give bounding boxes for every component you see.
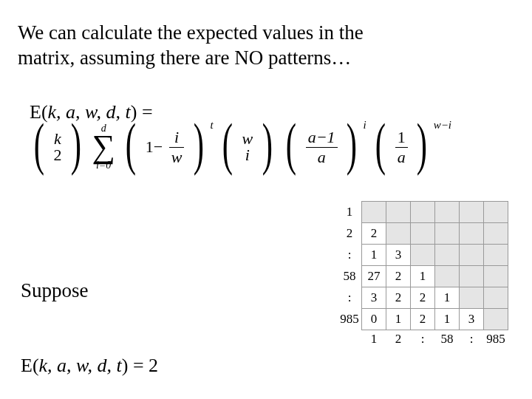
matrix-cell: 2 xyxy=(411,309,435,330)
matrix-cell: 0 xyxy=(362,309,386,330)
matrix-cell xyxy=(484,309,508,330)
matrix-cell: 1 xyxy=(386,309,411,330)
col-label: : xyxy=(460,330,484,349)
matrix-table: 1 2 2 : 1 3 xyxy=(338,201,508,348)
summation: d ∑ i=0 xyxy=(92,123,115,171)
matrix-cell xyxy=(484,202,508,223)
paren-close-3: ) xyxy=(262,122,273,166)
matrix-cell: 2 xyxy=(386,266,411,287)
binom-k-2: k 2 xyxy=(53,131,61,163)
matrix-cell: 2 xyxy=(411,287,435,309)
matrix-cell: 2 xyxy=(386,287,411,309)
table-row: 2 2 xyxy=(338,223,508,245)
matrix-cell xyxy=(386,202,411,223)
matrix-cell xyxy=(460,287,484,309)
col-label-row: 1 2 : 58 : 985 xyxy=(338,330,508,349)
binom-w-i: w i xyxy=(242,131,253,163)
term4-frac: 1 a xyxy=(395,129,408,166)
col-label: 2 xyxy=(386,330,411,349)
formula-args: k, a, w, d, t xyxy=(48,101,131,123)
table-row: 58 27 2 1 xyxy=(338,266,508,287)
matrix-cell xyxy=(435,266,460,287)
paren-open-3: ( xyxy=(222,122,233,166)
matrix-cell xyxy=(484,266,508,287)
matrix-cell xyxy=(386,223,411,245)
matrix: 1 2 2 : 1 3 xyxy=(338,201,508,348)
col-label: 58 xyxy=(435,330,460,349)
matrix-cell: 2 xyxy=(362,223,386,245)
paren-open-2: ( xyxy=(126,122,136,166)
title-line-2: matrix, assuming there are NO patterns… xyxy=(18,47,351,69)
equation-line: E(k, a, w, d, t) = 2 xyxy=(21,355,158,377)
suppose-label: Suppose xyxy=(21,279,89,302)
slide: We can calculate the expected values in … xyxy=(0,0,532,399)
term3-exp: i xyxy=(364,119,366,132)
paren-close-1: ) xyxy=(71,122,81,166)
matrix-cell xyxy=(460,223,484,245)
term1-left: 1− xyxy=(146,137,163,157)
eq-suffix: ) = 2 xyxy=(122,355,158,376)
col-label: 985 xyxy=(484,330,508,349)
table-row: : 3 2 2 1 xyxy=(338,287,508,309)
title-line-1: We can calculate the expected values in … xyxy=(18,21,364,44)
matrix-cell xyxy=(484,287,508,309)
paren-open-1: ( xyxy=(34,122,44,166)
matrix-cell xyxy=(484,223,508,245)
matrix-cell xyxy=(460,266,484,287)
row-label: 985 xyxy=(338,309,362,330)
matrix-cell xyxy=(435,202,460,223)
term4-exp: w−i xyxy=(434,119,451,132)
matrix-cell: 3 xyxy=(362,287,386,309)
row-label: 1 xyxy=(338,202,362,223)
eq-prefix: E( xyxy=(21,355,39,376)
matrix-cell: 3 xyxy=(386,245,411,266)
col-label: 1 xyxy=(362,330,386,349)
eq-args: k, a, w, d, t xyxy=(39,355,122,376)
matrix-cell xyxy=(435,223,460,245)
paren-open-4: ( xyxy=(286,122,296,166)
row-label: : xyxy=(338,245,362,266)
slide-title: We can calculate the expected values in … xyxy=(18,21,514,71)
matrix-cell: 3 xyxy=(460,309,484,330)
table-row: 1 xyxy=(338,202,508,223)
matrix-cell xyxy=(435,245,460,266)
matrix-cell: 1 xyxy=(362,245,386,266)
matrix-cell xyxy=(460,245,484,266)
formula: E(k, a, w, d, t) = ( k 2 ) d ∑ i=0 ( 1− … xyxy=(30,100,532,171)
row-label: 2 xyxy=(338,223,362,245)
matrix-cell xyxy=(484,245,508,266)
col-label: : xyxy=(411,330,435,349)
matrix-cell xyxy=(460,202,484,223)
matrix-cell: 1 xyxy=(411,266,435,287)
matrix-cell xyxy=(411,223,435,245)
paren-close-2: ) xyxy=(194,122,204,166)
matrix-cell: 1 xyxy=(435,309,460,330)
matrix-cell: 27 xyxy=(362,266,386,287)
term3-frac: a−1 a xyxy=(306,129,338,166)
row-label: 58 xyxy=(338,266,362,287)
paren-open-5: ( xyxy=(375,122,386,166)
formula-rhs: ( k 2 ) d ∑ i=0 ( 1− i w ) t ( w i xyxy=(30,123,451,171)
term1-frac: i w xyxy=(169,129,185,166)
term1-exp: t xyxy=(210,119,213,132)
paren-close-4: ) xyxy=(347,122,357,166)
matrix-cell xyxy=(411,202,435,223)
table-row: : 1 3 xyxy=(338,245,508,266)
paren-close-5: ) xyxy=(417,122,427,166)
matrix-cell xyxy=(362,202,386,223)
matrix-cell: 1 xyxy=(435,287,460,309)
row-label: : xyxy=(338,287,362,309)
matrix-cell xyxy=(411,245,435,266)
table-row: 985 0 1 2 1 3 xyxy=(338,309,508,330)
